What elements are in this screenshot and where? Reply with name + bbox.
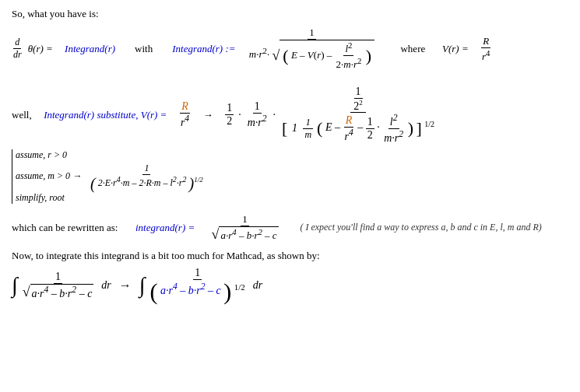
mr2-den: m·r2 (246, 114, 269, 129)
half-den: 2 (225, 115, 234, 128)
integral1-den: √ a·r4 – b·r2 – c (21, 284, 96, 300)
vr-r4: r4 (480, 48, 491, 63)
arrow-label: → (203, 109, 213, 121)
vr-def-label: V(r) = (442, 43, 469, 55)
integral1-block: ∫ 1 √ a·r4 – b·r2 – c dr (12, 271, 111, 300)
vr-fraction: R r4 (480, 35, 491, 63)
simplify-label: simplify, root (16, 192, 205, 204)
integrand-sub-label: Integrand(r) substitute, V(r) = (44, 109, 167, 121)
integrand-fraction: 1 m·r2· √ ( E – V(r) – l2 2·m·r2 (248, 26, 376, 72)
expect-label: ( I expect you'll find a way to express … (300, 222, 541, 233)
integral2-den: ( a·r4 – b·r2 – c ) 1/2 (148, 280, 246, 303)
integral1-num: 1 (54, 271, 62, 284)
dr1-label: dr (101, 279, 111, 292)
assume1-label: assume, r > 0 (16, 149, 205, 161)
half-frac: 1 2 (225, 102, 234, 128)
theta-expr: θ(r) = (28, 43, 53, 55)
deriv-numerator: d (13, 37, 21, 49)
big-frac-num: 1 22 (350, 86, 366, 114)
page-content: So, what you have is: d dr θ(r) = Integr… (12, 8, 568, 303)
which-row: which can be rewritten as: integrand(r) … (12, 213, 568, 242)
integrand-denominator: m·r2· √ ( E – V(r) – l2 2·m·r2 (248, 40, 376, 72)
which-label: which can be rewritten as: (12, 222, 118, 234)
integral2-frac: 1 ( a·r4 – b·r2 – c ) 1/2 (148, 267, 246, 303)
big-frac-den: [ 1 1 m ( E – R (280, 113, 436, 144)
simple-den: √ a·r4 – b·r2 – c (210, 226, 280, 242)
integrand-r-eq: integrand(r) = (135, 222, 195, 234)
well-row: well, Integrand(r) substitute, V(r) = R … (12, 86, 568, 204)
assume-conditions: assume, r > 0 assume, m > 0 → 1 ( 2·E·r4… (12, 149, 205, 204)
derivative-operator: d dr (12, 37, 23, 61)
vr-sub-fraction: R r4 (179, 100, 191, 129)
integral2-block: ∫ 1 ( a·r4 – b·r2 – c ) 1/2 dr (139, 267, 262, 303)
integral2-num: 1 (193, 267, 202, 280)
integral2-symbol: ∫ (139, 275, 146, 296)
mr2-frac: 1 m·r2 (246, 100, 269, 129)
now-text: Now, to integrate this integrand is a bi… (12, 250, 568, 262)
arrow-symbol: → (119, 278, 132, 292)
equation-line2-block: well, Integrand(r) substitute, V(r) = R … (12, 86, 568, 204)
integrand-simple-frac: 1 √ a·r4 – b·r2 – c (210, 213, 280, 242)
integral1-symbol: ∫ (12, 275, 18, 296)
equation-line1: d dr θ(r) = Integrand(r) with Integrand(… (12, 26, 568, 72)
dr2-label: dr (253, 279, 262, 292)
R-num: R (180, 100, 190, 114)
intro-text: So, what you have is: (12, 8, 568, 20)
sqrt-expr: √ ( E – V(r) – l2 2·m·r2 ) (272, 40, 374, 72)
simple-num: 1 (241, 213, 249, 226)
integral1-frac: 1 √ a·r4 – b·r2 – c (21, 271, 96, 300)
assume2-label: assume, m > 0 → 1 ( 2·E·r4·m – 2·R·m – l… (16, 163, 205, 191)
big-frac: 1 22 [ 1 1 m (280, 86, 436, 145)
one-num: 1 (253, 100, 262, 114)
r4-den: r4 (179, 114, 191, 129)
where-label: where (400, 43, 425, 55)
integrand-def-label: Integrand(r) := (172, 43, 235, 55)
vr-R: R (481, 35, 490, 48)
half-num: 1 (225, 102, 234, 115)
integrand-numerator: 1 (308, 26, 316, 40)
well-label: well, (12, 109, 32, 121)
integrand-r-label: Integrand(r) (65, 43, 115, 55)
bottom-integrals: ∫ 1 √ a·r4 – b·r2 – c dr → ∫ 1 ( a·r4 (12, 267, 568, 303)
deriv-denominator: dr (12, 49, 23, 61)
with-label: with (135, 43, 153, 55)
intro-label: So, what you have is: (12, 8, 99, 19)
